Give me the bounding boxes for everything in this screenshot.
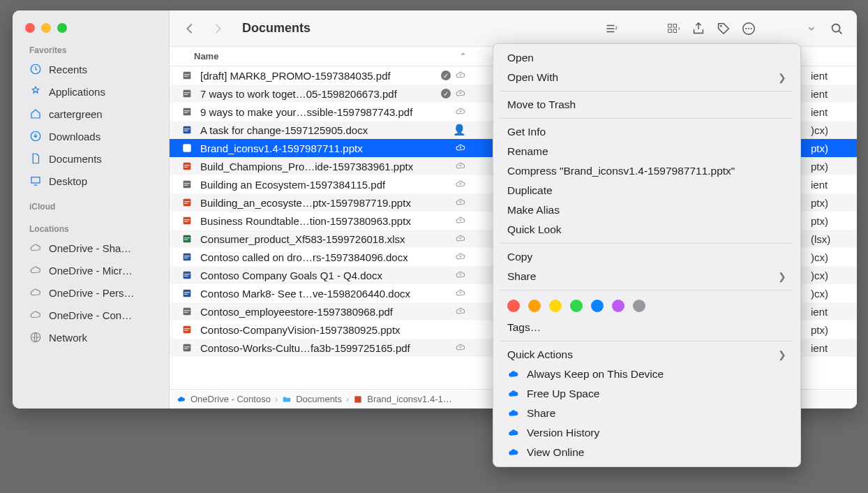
zoom-window-button[interactable]: [57, 23, 67, 33]
chevron-right-icon: ❯: [778, 349, 786, 360]
menu-item-open-with[interactable]: Open With❯: [493, 68, 800, 87]
file-kind: ptx): [807, 157, 857, 175]
sidebar-label: OneDrive - Sha…: [49, 242, 131, 254]
svg-rect-35: [184, 199, 191, 207]
window-title: Documents: [242, 21, 310, 36]
sidebar-item-onedrive-micr[interactable]: OneDrive - Micr…: [13, 259, 169, 281]
menu-item-quick-look[interactable]: Quick Look: [493, 220, 800, 240]
tag-color-button[interactable]: [549, 300, 562, 312]
file-kind: ient: [807, 339, 857, 357]
svg-rect-52: [184, 294, 188, 295]
sidebar-label: Recents: [49, 64, 87, 75]
cloud-icon: [177, 395, 186, 404]
sidebar-item-desktop[interactable]: Desktop: [13, 170, 169, 192]
sidebar-item-onedrive-con[interactable]: OneDrive - Con…: [13, 304, 169, 326]
tag-color-button[interactable]: [612, 300, 624, 312]
share-button[interactable]: [691, 21, 706, 36]
menu-item-make-alias[interactable]: Make Alias: [493, 200, 800, 220]
sidebar-label: Network: [49, 332, 87, 344]
group-button[interactable]: [666, 21, 681, 36]
back-button[interactable]: [182, 21, 197, 36]
menu-item-copy[interactable]: Copy: [493, 247, 800, 267]
menu-item-open[interactable]: Open: [493, 48, 800, 68]
sidebar-item-applications[interactable]: Applications: [13, 80, 169, 103]
path-segment[interactable]: Brand_iconsv1.4-1…: [367, 394, 451, 404]
tags-button[interactable]: [716, 21, 731, 36]
tag-color-button[interactable]: [507, 300, 520, 312]
quick-action-item[interactable]: Free Up Space: [493, 384, 800, 404]
menu-item-get-info[interactable]: Get Info: [493, 122, 800, 142]
svg-rect-53: [184, 308, 191, 316]
menu-item-quick-actions[interactable]: Quick Actions❯: [493, 345, 800, 365]
menu-item-rename[interactable]: Rename: [493, 142, 800, 161]
quick-action-item[interactable]: View Online: [493, 443, 800, 462]
menu-item-trash[interactable]: Move to Trash: [493, 95, 800, 115]
cloud-download-icon: [455, 251, 466, 263]
shared-icon: 👤: [453, 124, 466, 136]
file-name: Contoso-CompanyVision-1597380925.pptx: [200, 324, 401, 336]
sidebar-item-recents[interactable]: Recents: [13, 58, 169, 80]
svg-rect-38: [184, 217, 191, 225]
svg-point-10: [745, 27, 747, 29]
xlsx-icon: [181, 233, 193, 245]
tag-color-button[interactable]: [570, 300, 583, 312]
svg-rect-26: [184, 145, 191, 152]
svg-rect-44: [184, 253, 191, 261]
svg-rect-36: [184, 201, 190, 202]
search-button[interactable]: [829, 21, 844, 36]
tag-color-row: [493, 294, 800, 318]
quick-action-item[interactable]: Version History: [493, 423, 800, 443]
tag-color-button[interactable]: [528, 300, 541, 312]
svg-rect-27: [184, 147, 190, 147]
path-segment[interactable]: Documents: [296, 394, 342, 404]
svg-rect-41: [184, 235, 191, 243]
chevron-right-icon: ❯: [778, 271, 786, 282]
menu-separator: [500, 243, 793, 244]
more-button[interactable]: [741, 21, 756, 36]
sidebar-item-onedrive-pers[interactable]: OneDrive - Pers…: [13, 281, 169, 304]
svg-point-13: [832, 24, 840, 31]
menu-item-share[interactable]: Share❯: [493, 267, 800, 286]
cloud-download-icon: [455, 306, 466, 318]
cloud-icon: [29, 286, 42, 299]
menu-item-compress[interactable]: Compress "Brand_iconsv1.4-1597987711.ppt…: [493, 161, 800, 181]
column-name-header[interactable]: Name: [194, 51, 218, 61]
sidebar-item-onedrive-sha[interactable]: OneDrive - Sha…: [13, 237, 169, 259]
sidebar-label: Desktop: [49, 175, 87, 187]
minimize-window-button[interactable]: [41, 23, 51, 33]
pdf-icon: [181, 305, 193, 318]
context-menu: Open Open With❯ Move to Trash Get Info R…: [493, 43, 801, 467]
file-kind: )cx): [807, 284, 857, 302]
sidebar-item-downloads[interactable]: Downloads: [13, 125, 169, 147]
file-name: Contoso_employeestore-1597380968.pdf: [200, 306, 393, 318]
cloud-download-icon: [455, 197, 466, 209]
cloud-download-icon: [455, 142, 466, 154]
dropdown-button[interactable]: [804, 21, 819, 36]
svg-rect-46: [184, 258, 188, 258]
svg-rect-30: [184, 165, 190, 165]
svg-rect-48: [184, 274, 190, 274]
svg-rect-51: [184, 292, 190, 293]
sidebar-item-network[interactable]: Network: [13, 326, 169, 348]
tag-color-button[interactable]: [591, 300, 604, 312]
forward-button[interactable]: [210, 21, 225, 36]
menu-item-tags[interactable]: Tags…: [493, 318, 800, 337]
tag-color-button[interactable]: [633, 300, 645, 312]
docx-icon: [181, 269, 193, 281]
file-kind: ptx): [807, 139, 857, 157]
svg-rect-43: [184, 240, 188, 240]
sidebar-item-documents[interactable]: Documents: [13, 147, 169, 170]
file-name: Building_an_ecosyste…ptx-1597987719.pptx: [200, 197, 411, 209]
close-window-button[interactable]: [25, 23, 35, 33]
path-segment[interactable]: OneDrive - Contoso: [190, 394, 271, 404]
svg-rect-45: [184, 256, 190, 256]
quick-action-item[interactable]: Always Keep on This Device: [493, 365, 800, 384]
sidebar-item-home[interactable]: cartergreen: [13, 103, 169, 125]
svg-rect-16: [184, 76, 188, 77]
cloud-download-icon: [455, 215, 466, 227]
menu-item-duplicate[interactable]: Duplicate: [493, 181, 800, 200]
svg-rect-14: [184, 72, 191, 80]
quick-action-item[interactable]: Share: [493, 404, 800, 423]
view-list-button[interactable]: [603, 21, 618, 36]
svg-rect-25: [184, 131, 188, 131]
